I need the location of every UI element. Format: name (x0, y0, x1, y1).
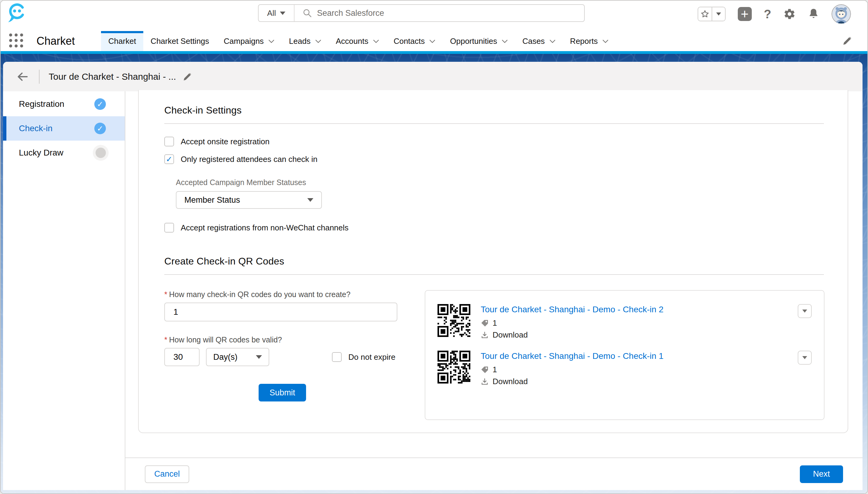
qr-download-row: Download (481, 330, 664, 340)
lightning-background: Tour de Charket - Shanghai - ... Registr… (1, 54, 867, 494)
check-in-card: Check-in Settings Accept onsite registra… (138, 90, 848, 433)
qr-record-link[interactable]: Tour de Charket - Shanghai - Demo - Chec… (481, 351, 664, 361)
section-divider (164, 274, 824, 275)
non-wechat-row: Accept registrations from non-WeChat cha… (164, 223, 824, 232)
download-icon (481, 378, 489, 386)
chevron-down-icon (603, 40, 609, 43)
qr-row-menu-button[interactable] (798, 304, 812, 318)
quick-create-button[interactable]: + (738, 7, 752, 21)
chevron-down-icon (373, 40, 379, 43)
validity-value-input[interactable] (164, 348, 200, 366)
app-navigation-bar: Charket Charket Charket Settings Campaig… (1, 31, 867, 51)
chevron-down-icon (268, 40, 274, 43)
search-scope-label: All (267, 8, 276, 18)
sidebar-item-lucky-draw[interactable]: Lucky Draw (3, 140, 125, 165)
sidebar-item-check-in[interactable]: Check-in ✓ (3, 116, 125, 140)
content-area: Registration ✓ Check-in ✓ Lucky Draw (3, 91, 863, 490)
tab-contacts[interactable]: Contacts (387, 31, 443, 51)
download-icon (481, 331, 489, 339)
next-button[interactable]: Next (800, 466, 843, 483)
do-not-expire-checkbox[interactable] (332, 352, 342, 362)
tab-leads[interactable]: Leads (282, 31, 329, 51)
only-registered-checkbox[interactable] (164, 154, 174, 164)
section-heading-qr-codes: Create Check-in QR Codes (164, 256, 824, 267)
question-mark-icon: ? (764, 7, 771, 21)
qr-form: *How many check-in QR codes do you want … (164, 290, 824, 401)
favorites-menu-button[interactable] (712, 7, 725, 21)
star-icon (701, 10, 709, 18)
main-column: Check-in Settings Accept onsite registra… (125, 91, 863, 490)
only-registered-row: Only registered attendees can check in (164, 154, 824, 164)
tag-icon (481, 366, 489, 374)
global-search: All (258, 4, 585, 22)
chevron-down-icon (802, 356, 807, 359)
user-avatar[interactable] (831, 4, 851, 24)
back-button[interactable] (16, 71, 28, 83)
tab-reports[interactable]: Reports (563, 31, 616, 51)
cancel-button[interactable]: Cancel (145, 466, 189, 483)
tab-opportunities[interactable]: Opportunities (443, 31, 515, 51)
accept-onsite-row: Accept onsite registration (164, 137, 824, 147)
tab-charket[interactable]: Charket (101, 31, 143, 51)
sidebar-item-registration[interactable]: Registration ✓ (3, 92, 125, 116)
qr-tag-row: 1 (481, 365, 664, 374)
search-scope-dropdown[interactable]: All (259, 5, 295, 21)
pencil-icon (843, 36, 852, 46)
chevron-down-icon (280, 12, 285, 15)
main-scroll-area[interactable]: Check-in Settings Accept onsite registra… (125, 91, 863, 457)
plus-icon: + (741, 8, 749, 20)
notifications-button[interactable] (808, 8, 819, 20)
favorites-button-group (698, 7, 726, 21)
page-header: Tour de Charket - Shanghai - ... (3, 62, 863, 91)
app-name: Charket (37, 35, 75, 48)
download-link[interactable]: Download (493, 330, 528, 340)
tab-charket-settings[interactable]: Charket Settings (143, 31, 216, 51)
header-divider (39, 70, 40, 84)
search-input[interactable] (317, 5, 584, 21)
step-sidebar: Registration ✓ Check-in ✓ Lucky Draw (3, 91, 125, 490)
qr-code-image (437, 350, 470, 383)
member-status-dropdown[interactable]: Member Status (176, 191, 322, 209)
wizard-footer: Cancel Next (125, 457, 863, 490)
setup-button[interactable] (784, 8, 795, 20)
edit-title-button[interactable] (183, 72, 192, 81)
chevron-down-icon (716, 13, 721, 16)
qr-codes-panel: Tour de Charket - Shanghai - Demo - Chec… (425, 290, 825, 420)
qr-code-image (437, 304, 470, 337)
chevron-down-icon (502, 40, 508, 43)
accept-onsite-checkbox[interactable] (164, 137, 174, 147)
edit-nav-button[interactable] (843, 36, 852, 47)
page-title: Tour de Charket - Shanghai - ... (49, 72, 176, 82)
app-launcher-button[interactable] (9, 34, 24, 49)
tab-campaigns[interactable]: Campaigns (216, 31, 282, 51)
section-divider (164, 123, 824, 124)
favorites-star-button[interactable] (698, 7, 712, 21)
bell-icon (808, 8, 819, 20)
chevron-down-icon (429, 40, 435, 43)
chevron-down-icon (315, 40, 321, 43)
help-button[interactable]: ? (764, 7, 771, 21)
tab-cases[interactable]: Cases (515, 31, 563, 51)
non-wechat-checkbox[interactable] (164, 223, 174, 232)
page-shell: Tour de Charket - Shanghai - ... Registr… (3, 62, 863, 490)
arrow-left-icon (16, 71, 28, 83)
pencil-icon (183, 72, 192, 81)
chevron-down-icon (550, 40, 555, 43)
validity-unit-dropdown[interactable]: Day(s) (206, 348, 269, 366)
qr-row-menu-button[interactable] (798, 350, 812, 365)
tab-accounts[interactable]: Accounts (329, 31, 387, 51)
required-marker: * (164, 336, 167, 344)
download-link[interactable]: Download (493, 377, 528, 386)
astro-avatar-icon (831, 4, 851, 24)
required-marker: * (164, 290, 167, 299)
section-heading-checkin-settings: Check-in Settings (164, 105, 824, 116)
header-actions: + ? (698, 5, 851, 22)
global-header: All + ? (1, 1, 867, 51)
submit-button[interactable]: Submit (259, 384, 306, 401)
pending-dot-icon (96, 148, 106, 158)
qr-list-item: Tour de Charket - Shanghai - Demo - Chec… (437, 304, 812, 340)
qr-record-link[interactable]: Tour de Charket - Shanghai - Demo - Chec… (481, 305, 664, 315)
qr-count-input[interactable] (164, 303, 397, 321)
tag-icon (481, 319, 489, 327)
chevron-down-icon (802, 309, 807, 312)
